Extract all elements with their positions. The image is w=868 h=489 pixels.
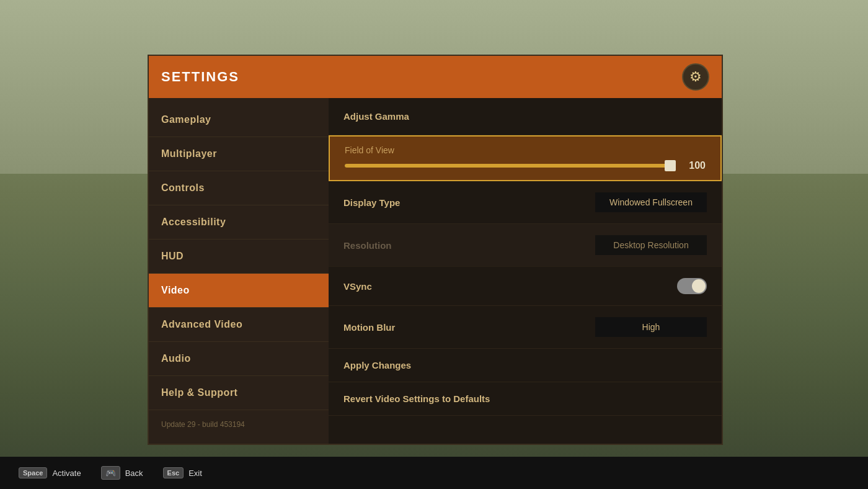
- setting-row-adjust-gamma[interactable]: Adjust Gamma: [329, 98, 722, 135]
- exit-label: Exit: [188, 469, 202, 478]
- resolution-select[interactable]: Desktop Resolution: [595, 235, 707, 255]
- sidebar-item-advanced-video[interactable]: Advanced Video: [149, 308, 329, 342]
- resolution-label: Resolution: [343, 240, 392, 251]
- settings-content: Adjust Gamma Field of View 100 Display T…: [329, 98, 722, 444]
- fov-slider-container: 100: [345, 160, 706, 171]
- back-key: 🎮: [101, 466, 120, 480]
- settings-header: SETTINGS ⚙: [149, 56, 722, 98]
- bottom-bar: Space Activate 🎮 Back Esc Exit: [0, 457, 868, 489]
- sidebar-item-video[interactable]: Video: [149, 274, 329, 308]
- sidebar-item-accessibility[interactable]: Accessibility: [149, 205, 329, 240]
- fov-slider-track[interactable]: [345, 164, 676, 168]
- setting-row-display-type: Display Type Windowed Fullscreen: [329, 181, 722, 224]
- display-type-label: Display Type: [343, 197, 400, 208]
- activate-label: Activate: [52, 469, 81, 478]
- sidebar-item-audio[interactable]: Audio: [149, 342, 329, 376]
- activate-key: Space: [19, 467, 47, 478]
- fov-value: 100: [683, 160, 706, 171]
- vsync-toggle[interactable]: [677, 278, 707, 294]
- sidebar-item-multiplayer[interactable]: Multiplayer: [149, 137, 329, 171]
- apply-changes-button[interactable]: Apply Changes: [329, 349, 722, 382]
- gear-icon[interactable]: ⚙: [682, 63, 709, 91]
- motion-blur-select[interactable]: High: [595, 317, 707, 337]
- revert-button[interactable]: Revert Video Settings to Defaults: [329, 382, 722, 416]
- setting-row-resolution: Resolution Desktop Resolution: [329, 224, 722, 267]
- display-type-select[interactable]: Windowed Fullscreen: [595, 192, 707, 212]
- fov-slider-fill: [345, 164, 669, 168]
- settings-dialog: SETTINGS ⚙ Gameplay Multiplayer Controls…: [148, 55, 723, 445]
- sidebar-item-controls[interactable]: Controls: [149, 171, 329, 205]
- vsync-toggle-knob: [692, 279, 706, 293]
- setting-row-fov: Field of View 100: [329, 135, 722, 181]
- exit-key: Esc: [163, 467, 184, 478]
- motion-blur-label: Motion Blur: [343, 322, 395, 333]
- vsync-label: VSync: [343, 281, 372, 292]
- sidebar-item-hud[interactable]: HUD: [149, 240, 329, 274]
- exit-button[interactable]: Esc Exit: [163, 467, 202, 478]
- back-button[interactable]: 🎮 Back: [101, 466, 143, 480]
- adjust-gamma-label: Adjust Gamma: [343, 111, 409, 122]
- settings-body: Gameplay Multiplayer Controls Accessibil…: [149, 98, 722, 444]
- fov-slider-thumb[interactable]: [665, 160, 676, 171]
- fov-label: Field of View: [345, 145, 706, 155]
- sidebar-item-gameplay[interactable]: Gameplay: [149, 103, 329, 137]
- settings-title: SETTINGS: [161, 69, 239, 85]
- apply-changes-label: Apply Changes: [343, 360, 411, 370]
- setting-row-vsync: VSync: [329, 267, 722, 306]
- revert-label: Revert Video Settings to Defaults: [343, 393, 490, 404]
- sidebar-item-help-support[interactable]: Help & Support: [149, 376, 329, 410]
- version-text: Update 29 - build 453194: [149, 410, 329, 439]
- activate-button[interactable]: Space Activate: [19, 467, 81, 478]
- settings-sidebar: Gameplay Multiplayer Controls Accessibil…: [149, 98, 329, 444]
- back-label: Back: [125, 469, 143, 478]
- setting-row-motion-blur: Motion Blur High: [329, 306, 722, 349]
